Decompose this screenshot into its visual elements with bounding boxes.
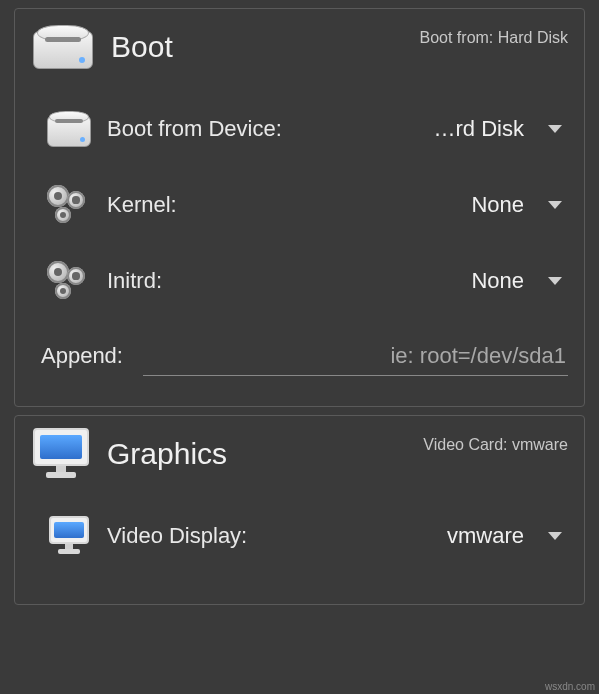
boot-summary-label: Boot from: (420, 29, 494, 46)
hard-disk-icon (31, 21, 95, 73)
graphics-summary-value: vmware (512, 436, 568, 453)
settings-panel: Boot Boot from: Hard Disk Boot from Devi… (0, 8, 599, 605)
graphics-section: Graphics Video Card: vmware Video Displa… (14, 415, 585, 605)
boot-device-value: …rd Disk (424, 116, 524, 142)
append-row: Append: (31, 337, 568, 376)
boot-header: Boot Boot from: Hard Disk (31, 21, 568, 73)
monitor-icon (31, 428, 91, 480)
video-display-row[interactable]: Video Display: vmware (31, 508, 568, 564)
initrd-value: None (461, 268, 524, 294)
boot-device-label: Boot from Device: (107, 116, 282, 142)
kernel-label: Kernel: (107, 192, 177, 218)
chevron-down-icon (548, 125, 562, 133)
boot-section: Boot Boot from: Hard Disk Boot from Devi… (14, 8, 585, 407)
watermark: wsxdn.com (545, 681, 595, 692)
video-display-value: vmware (437, 523, 524, 549)
chevron-down-icon (548, 532, 562, 540)
graphics-summary: Video Card: vmware (423, 436, 568, 454)
append-input[interactable] (143, 337, 568, 376)
graphics-summary-label: Video Card: (423, 436, 507, 453)
boot-summary: Boot from: Hard Disk (420, 29, 569, 47)
gears-icon (45, 183, 93, 227)
gears-icon (45, 259, 93, 303)
graphics-header: Graphics Video Card: vmware (31, 428, 568, 480)
video-display-label: Video Display: (107, 523, 247, 549)
monitor-icon (47, 516, 91, 556)
hard-disk-icon (45, 109, 93, 149)
initrd-label: Initrd: (107, 268, 162, 294)
graphics-title: Graphics (107, 437, 227, 471)
boot-title: Boot (111, 30, 173, 64)
boot-summary-value: Hard Disk (498, 29, 568, 46)
initrd-row[interactable]: Initrd: None (31, 253, 568, 309)
chevron-down-icon (548, 277, 562, 285)
boot-device-row[interactable]: Boot from Device: …rd Disk (31, 101, 568, 157)
kernel-row[interactable]: Kernel: None (31, 177, 568, 233)
chevron-down-icon (548, 201, 562, 209)
kernel-value: None (461, 192, 524, 218)
append-label: Append: (41, 343, 123, 369)
